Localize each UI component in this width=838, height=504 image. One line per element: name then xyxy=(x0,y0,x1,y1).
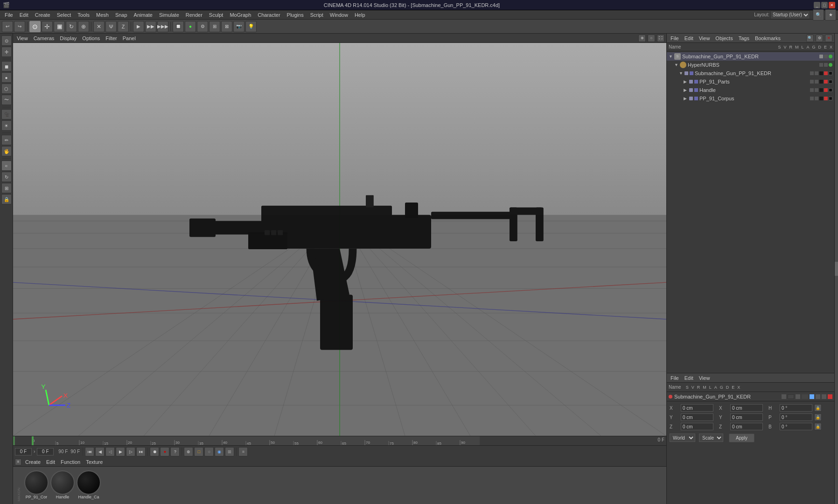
attr-x-pos[interactable] xyxy=(681,404,713,412)
motion2-button[interactable]: ⊞ xyxy=(225,447,234,456)
tree-item-handle[interactable]: ▶ Handle xyxy=(667,86,834,94)
obj-menu-view[interactable]: View xyxy=(697,35,712,41)
mat-function[interactable]: Function xyxy=(59,459,82,465)
lt-poly[interactable]: ⬡ xyxy=(1,84,12,94)
lt-twist[interactable]: ↻ xyxy=(1,172,12,182)
vt-fullscreen[interactable]: ⛶ xyxy=(657,35,664,42)
search-button[interactable]: 🔍 xyxy=(813,9,824,21)
menu-mesh[interactable]: Mesh xyxy=(93,11,112,19)
menu-tools[interactable]: Tools xyxy=(75,11,92,19)
tf-handle1[interactable] xyxy=(810,88,814,92)
material-item-2[interactable]: Handle_Ca xyxy=(77,470,101,499)
tf-parts3[interactable] xyxy=(819,80,823,84)
menu-render[interactable]: Render xyxy=(183,11,205,19)
attr-h[interactable] xyxy=(780,404,812,412)
mode-all-button[interactable]: ⊕ xyxy=(78,21,89,32)
attr-menu-file[interactable]: File xyxy=(669,375,681,381)
timeline-button[interactable]: ≡ xyxy=(238,447,248,456)
stop-button[interactable]: ● xyxy=(160,447,169,456)
coord-mode-select[interactable]: Scale Size xyxy=(699,434,723,442)
tree-item-hyper[interactable]: ▼ HyperNURBS xyxy=(667,61,834,69)
menu-edit[interactable]: Edit xyxy=(17,11,31,19)
attr-x-rot[interactable] xyxy=(730,404,763,412)
lt-light[interactable]: ☀ xyxy=(1,120,12,131)
attr-x-lock[interactable]: 🔒 xyxy=(814,404,822,412)
grid-button[interactable]: ⊞ xyxy=(209,21,220,32)
close-button[interactable]: ✕ xyxy=(829,2,835,8)
obj-close-btn[interactable]: ✕ xyxy=(825,35,832,42)
tree-flag-check-root[interactable] xyxy=(829,55,832,58)
tree-flag-v-root[interactable] xyxy=(824,55,828,58)
vt-display[interactable]: Display xyxy=(58,35,78,41)
next-frame-button[interactable]: ▷ xyxy=(126,447,135,456)
light-button[interactable]: 💡 xyxy=(245,21,257,32)
tf-corpus3[interactable] xyxy=(819,97,823,100)
menu-create[interactable]: Create xyxy=(32,11,53,19)
vt-filter[interactable]: Filter xyxy=(104,35,119,41)
render-all-button[interactable]: ▶▶▶ xyxy=(157,21,168,32)
snap-button[interactable]: ⚙ xyxy=(197,21,208,32)
bookmark-button[interactable]: ★ xyxy=(825,9,836,21)
scrollbar-thumb[interactable] xyxy=(835,262,838,276)
menu-script[interactable]: Script xyxy=(307,11,326,19)
tf-handle2[interactable] xyxy=(815,88,818,92)
mat-texture[interactable]: Texture xyxy=(84,459,105,465)
lt-move[interactable]: ✛ xyxy=(1,47,12,57)
ao-flag6[interactable] xyxy=(816,394,820,399)
ao-flag2[interactable] xyxy=(788,394,794,399)
attr-menu-edit[interactable]: Edit xyxy=(683,375,695,381)
ao-flag1[interactable] xyxy=(782,394,786,399)
lt-camera[interactable]: 🎥 xyxy=(1,109,12,119)
ao-flag4[interactable] xyxy=(802,394,808,399)
undo-button[interactable]: ↩ xyxy=(2,21,13,32)
tf-gun4[interactable] xyxy=(824,71,828,75)
tool-x-button[interactable]: ✕ xyxy=(93,21,105,32)
last-frame-button[interactable]: ⏭ xyxy=(136,447,146,456)
record-button[interactable]: ⏺ xyxy=(150,447,159,456)
obj-menu-file[interactable]: File xyxy=(669,35,681,41)
timeline-ruler[interactable]: 0 5 10 15 20 25 30 35 xyxy=(32,436,480,446)
tree-item-corpus[interactable]: ▶ PP_91_Corpus xyxy=(667,94,834,103)
tool-y-button[interactable]: Ψ xyxy=(105,21,117,32)
attr-z-lock[interactable]: 🔒 xyxy=(814,423,822,430)
menu-plugins[interactable]: Plugins xyxy=(284,11,307,19)
attr-z-pos[interactable] xyxy=(681,423,713,430)
tf-corpus5[interactable] xyxy=(829,97,832,100)
lt-select[interactable]: ⊙ xyxy=(1,35,12,46)
tf-parts1[interactable] xyxy=(810,80,814,84)
key-button[interactable]: ⊕ xyxy=(184,447,193,456)
render-region-button[interactable]: ▶ xyxy=(133,21,144,32)
tf-parts2[interactable] xyxy=(815,80,818,84)
vt-options[interactable]: Options xyxy=(80,35,102,41)
spline-button[interactable]: ◉ xyxy=(215,447,224,456)
tf-parts4[interactable] xyxy=(824,80,828,84)
menu-character[interactable]: Character xyxy=(255,11,283,19)
coord-system-select[interactable]: World Object xyxy=(670,434,695,442)
tf-gun2[interactable] xyxy=(815,71,818,75)
tf-handle3[interactable] xyxy=(819,88,823,92)
menu-simulate[interactable]: Simulate xyxy=(156,11,182,19)
tf-handle5[interactable] xyxy=(829,88,832,92)
attr-y-rot[interactable] xyxy=(730,413,763,421)
maximize-button[interactable]: □ xyxy=(821,2,828,8)
lt-spline[interactable]: 〜 xyxy=(1,95,12,105)
obj-menu-bookmarks[interactable]: Bookmarks xyxy=(753,35,782,41)
mat-edit[interactable]: Edit xyxy=(44,459,57,465)
vt-icon1[interactable]: ⊕ xyxy=(638,35,646,42)
attr-menu-view[interactable]: View xyxy=(697,375,712,381)
tf-gun3[interactable] xyxy=(819,71,823,75)
tf-parts5[interactable] xyxy=(829,80,832,84)
attr-b[interactable] xyxy=(780,423,812,430)
texture-button[interactable]: 🔲 xyxy=(173,21,184,32)
obj-menu-edit[interactable]: Edit xyxy=(683,35,695,41)
tree-flag-hyper2[interactable] xyxy=(824,63,828,67)
vt-view[interactable]: View xyxy=(15,35,30,41)
tf-handle4[interactable] xyxy=(824,88,828,92)
menu-sculpt[interactable]: Sculpt xyxy=(206,11,226,19)
minimize-button[interactable]: _ xyxy=(814,2,820,8)
layout-select[interactable]: Startup (User) xyxy=(770,11,810,19)
redo-button[interactable]: ↪ xyxy=(14,21,25,32)
material-item-1[interactable]: Handle xyxy=(50,470,75,499)
material-item-0[interactable]: PP_91_Cor xyxy=(24,470,49,499)
tf-corpus2[interactable] xyxy=(815,97,818,100)
